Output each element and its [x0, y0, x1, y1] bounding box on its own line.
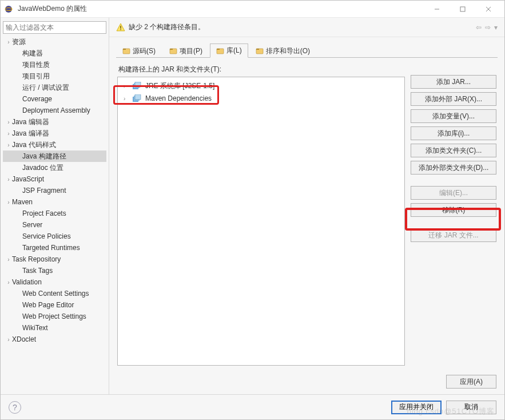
library-listbox[interactable]: ›JRE 系统库 [J2SE-1.5]›Maven Dependencies — [117, 77, 405, 366]
remove-button[interactable]: 移除(R) — [411, 203, 496, 217]
minimize-button[interactable] — [424, 1, 450, 17]
add-library-button[interactable]: 添加库(i)... — [411, 126, 496, 140]
tree-item-label: Javadoc 位置 — [22, 163, 63, 173]
tree-item-label: Java 构建路径 — [22, 152, 66, 161]
add-external-jar-button[interactable]: 添加外部 JAR(X)... — [411, 92, 496, 106]
button-column: 添加 JAR... 添加外部 JAR(X)... 添加变量(V)... 添加库(… — [411, 65, 496, 366]
tree-item[interactable]: 项目性质 — [3, 59, 106, 70]
tab-label: 库(L) — [226, 46, 242, 56]
add-variable-button[interactable]: 添加变量(V)... — [411, 109, 496, 123]
tree-item-label: XDoclet — [12, 335, 36, 343]
tree-item-label: Service Policies — [22, 232, 71, 240]
tree-item-label: Coverage — [22, 95, 52, 103]
apply-close-button[interactable]: 应用并关闭 — [391, 401, 442, 414]
category-tree[interactable]: ›资源构建器项目性质项目引用运行 / 调试设置CoverageDeploymen… — [3, 36, 106, 391]
sidebar: ›资源构建器项目性质项目引用运行 / 调试设置CoverageDeploymen… — [1, 18, 109, 394]
svg-rect-6 — [120, 26, 121, 29]
tabs: 源码(S)项目(P)库(L)排序和导出(O) — [116, 43, 498, 58]
nav-menu-icon[interactable]: ▾ — [494, 23, 498, 31]
tree-item[interactable]: Web Project Settings — [3, 311, 106, 322]
chevron-right-icon: › — [5, 279, 12, 286]
svg-rect-18 — [135, 82, 141, 87]
chevron-right-icon: › — [5, 256, 12, 263]
tree-item[interactable]: Web Content Settings — [3, 288, 106, 299]
tree-item[interactable]: Project Facets — [3, 208, 106, 219]
tree-item[interactable]: Web Page Editor — [3, 299, 106, 311]
nav-forward-icon[interactable]: ⇨ — [485, 23, 491, 31]
tree-item[interactable]: ›Java 编辑器 — [3, 116, 106, 128]
tree-item[interactable]: ›Task Repository — [3, 253, 106, 265]
tree-item[interactable]: ›Java 代码样式 — [3, 139, 106, 150]
tab-label: 项目(P) — [180, 46, 202, 56]
tree-item-label: Java 编辑器 — [12, 117, 49, 127]
tree-item-label: 项目性质 — [22, 60, 50, 70]
tree-item[interactable]: Task Tags — [3, 265, 106, 276]
tab[interactable]: 库(L) — [210, 43, 248, 58]
library-icon — [133, 94, 142, 102]
add-external-class-folder-button[interactable]: 添加外部类文件夹(D)... — [411, 161, 496, 175]
chevron-right-icon: › — [5, 176, 12, 183]
maximize-button[interactable] — [450, 1, 475, 17]
filter-input[interactable] — [3, 21, 106, 34]
tree-item[interactable]: Javadoc 位置 — [3, 162, 106, 173]
add-class-folder-button[interactable]: 添加类文件夹(C)... — [411, 144, 496, 157]
tree-item[interactable]: WikiText — [3, 322, 106, 334]
tab[interactable]: 项目(P) — [163, 43, 209, 58]
tab[interactable]: 排序和导出(O) — [249, 43, 316, 58]
tree-item[interactable]: ›Validation — [3, 276, 106, 288]
window-controls — [424, 1, 501, 17]
library-item[interactable]: ›JRE 系统库 [J2SE-1.5] — [120, 80, 402, 92]
tree-item[interactable]: 项目引用 — [3, 70, 106, 82]
content: 构建路径上的 JAR 和类文件夹(T): ›JRE 系统库 [J2SE-1.5]… — [109, 61, 504, 371]
footer-buttons: 应用并关闭 取消 — [391, 401, 496, 414]
tree-item[interactable]: ›JavaScript — [3, 173, 106, 185]
apply-button[interactable]: 应用(A) — [446, 375, 496, 389]
tree-item[interactable]: Server — [3, 219, 106, 231]
tree-item-label: 构建器 — [22, 49, 43, 58]
migrate-jar-button[interactable]: 迁移 JAR 文件... — [411, 228, 496, 242]
chevron-right-icon: › — [5, 39, 12, 45]
tree-item-label: Java 代码样式 — [12, 140, 56, 150]
projects-icon — [169, 47, 177, 55]
tree-item[interactable]: 构建器 — [3, 47, 106, 59]
tree-item[interactable]: ›Maven — [3, 196, 106, 208]
tree-item[interactable]: ›XDoclet — [3, 334, 106, 345]
tree-item[interactable]: Deployment Assembly — [3, 105, 106, 116]
tree-item[interactable]: Java 构建路径 — [3, 150, 106, 162]
tree-item[interactable]: 运行 / 调试设置 — [3, 82, 106, 93]
tree-item-label: 项目引用 — [22, 72, 50, 81]
tree-item-label: Web Page Editor — [22, 301, 74, 309]
order-icon — [256, 47, 264, 55]
folder-source-icon — [122, 47, 130, 55]
tree-item-label: WikiText — [22, 324, 48, 332]
dialog-body: ›资源构建器项目性质项目引用运行 / 调试设置CoverageDeploymen… — [1, 18, 504, 394]
tree-item[interactable]: Targeted Runtimes — [3, 242, 106, 253]
warning-bar: 缺少 2 个构建路径条目。 ⇦ ⇨ ▾ — [109, 18, 504, 37]
svg-rect-3 — [460, 7, 465, 11]
tree-item[interactable]: Service Policies — [3, 231, 106, 242]
cancel-button[interactable]: 取消 — [446, 401, 496, 414]
library-icon — [133, 82, 142, 90]
help-icon[interactable]: ? — [9, 401, 21, 414]
tree-item[interactable]: ›资源 — [3, 36, 106, 47]
library-item[interactable]: ›Maven Dependencies — [120, 92, 402, 105]
tree-item-label: Java 编译器 — [12, 129, 49, 138]
section-label: 构建路径上的 JAR 和类文件夹(T): — [117, 65, 405, 74]
properties-dialog: JavaWebDemo 的属性 ›资源构建器项目性质项目引用运行 / 调试设置C… — [0, 0, 505, 420]
chevron-right-icon: › — [5, 336, 12, 343]
nav-back-icon[interactable]: ⇦ — [476, 23, 482, 31]
svg-rect-11 — [170, 49, 173, 50]
tab-label: 源码(S) — [133, 46, 156, 56]
titlebar: JavaWebDemo 的属性 — [1, 1, 504, 18]
add-jar-button[interactable]: 添加 JAR... — [411, 75, 496, 89]
tree-item-label: Deployment Assembly — [22, 106, 90, 114]
close-button[interactable] — [475, 1, 501, 17]
tree-item[interactable]: JSP Fragment — [3, 185, 106, 196]
edit-button[interactable]: 编辑(E)... — [411, 186, 496, 200]
tree-item[interactable]: ›Java 编译器 — [3, 128, 106, 139]
eclipse-icon — [4, 5, 13, 14]
tab[interactable]: 源码(S) — [116, 43, 162, 58]
chevron-right-icon: › — [124, 83, 129, 89]
tree-item-label: Project Facets — [22, 209, 66, 217]
tree-item[interactable]: Coverage — [3, 93, 106, 105]
